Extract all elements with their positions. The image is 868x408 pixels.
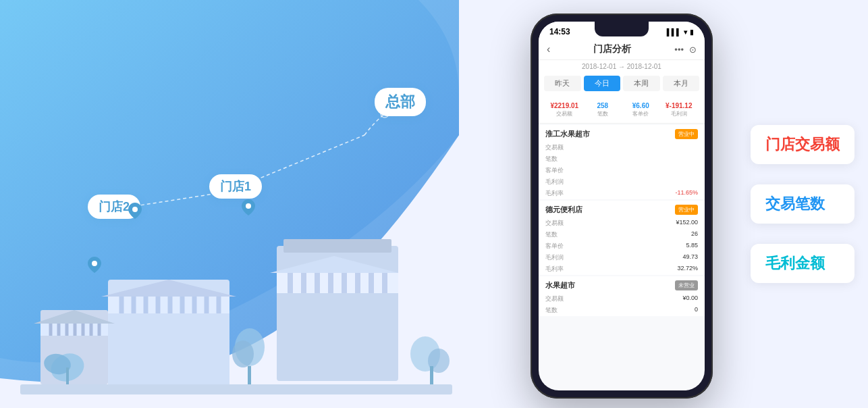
tab-today[interactable]: 今日 — [584, 76, 621, 91]
stat-profit-label: 毛利润 — [660, 110, 699, 118]
stat-trading-amount: ¥2219.01 交易额 — [545, 102, 584, 118]
phone-notch — [595, 22, 649, 36]
store-huaigong-kedan: 客单价 — [539, 165, 705, 176]
status-icons: ▌▌▌ ▾ ▮ — [667, 28, 694, 36]
stat-profit-value: ¥-191.12 — [660, 102, 699, 109]
stat-count: 258 笔数 — [584, 102, 622, 118]
svg-point-46 — [232, 340, 254, 367]
svg-line-1 — [250, 135, 364, 182]
store-shuiguo-bishu: 笔数 0 — [539, 305, 705, 316]
svg-rect-44 — [66, 367, 69, 384]
store-deyuan-maolilun: 毛利润 49.73 — [539, 252, 705, 263]
label-transaction-count: 交易笔数 — [751, 184, 855, 224]
more-icon[interactable]: ••• — [674, 45, 684, 55]
store-huaigong-maolilv: 毛利率 -11.65% — [539, 188, 705, 199]
store-shuiguo-status: 未营业 — [675, 280, 698, 290]
store-huaigong-bishu: 笔数 — [539, 153, 705, 165]
store-deyuan: 德元便利店 营业中 交易额 ¥152.00 笔数 26 客单价 5.85 毛利润 — [539, 201, 705, 275]
stat-trading-value: ¥2219.01 — [545, 102, 584, 109]
svg-rect-50 — [430, 366, 433, 384]
right-label-cards: 门店交易额 交易笔数 毛利金额 — [751, 125, 855, 283]
status-time: 14:53 — [549, 27, 570, 36]
stats-row: ¥2219.01 交易额 258 笔数 ¥6.60 客单价 ¥-191.12 毛… — [539, 97, 705, 124]
store-deyuan-jiaoyi: 交易额 ¥152.00 — [539, 218, 705, 229]
target-icon[interactable]: ⊙ — [689, 45, 697, 55]
svg-rect-9 — [277, 273, 398, 293]
label-gross-profit: 毛利金额 — [751, 244, 855, 283]
stat-unit-value: ¥6.60 — [622, 102, 660, 109]
phone-screen: 14:53 ▌▌▌ ▾ ▮ ‹ 门店分析 ••• ⊙ 2018-12-01 → … — [539, 22, 705, 390]
date-range: 2018-12-01 → 2018-12-01 — [539, 60, 705, 73]
svg-rect-47 — [248, 366, 251, 384]
store-deyuan-kedan: 客单价 5.85 — [539, 240, 705, 252]
store-huaigong-jiaoyi: 交易额 — [539, 142, 705, 153]
phone-mockup: 14:53 ▌▌▌ ▾ ▮ ‹ 门店分析 ••• ⊙ 2018-12-01 → … — [531, 14, 713, 399]
tab-week[interactable]: 本周 — [623, 76, 660, 91]
store-shuiguo-jiaoyi: 交易额 ¥0.00 — [539, 293, 705, 305]
store-huaigong-maolilun: 毛利润 — [539, 176, 705, 188]
label-trading-amount: 门店交易额 — [751, 125, 855, 164]
stat-count-value: 258 — [584, 102, 622, 109]
tab-yesterday[interactable]: 昨天 — [544, 76, 581, 91]
store-shuiguo: 水果超市 未营业 交易额 ¥0.00 笔数 0 — [539, 276, 705, 316]
stat-trading-label: 交易额 — [545, 110, 584, 118]
tab-month[interactable]: 本月 — [663, 76, 700, 91]
store-deyuan-status: 营业中 — [675, 205, 698, 215]
store-huaigong-status: 营业中 — [675, 129, 698, 139]
tab-bar[interactable]: 昨天 今日 本周 本月 — [539, 73, 705, 97]
store-deyuan-bishu: 笔数 26 — [539, 229, 705, 240]
nav-title: 门店分析 — [593, 43, 631, 55]
nav-bar: ‹ 门店分析 ••• ⊙ — [539, 39, 705, 60]
store-deyuan-name: 德元便利店 — [545, 205, 582, 215]
buildings-illustration — [20, 192, 452, 394]
wifi-icon: ▾ — [684, 28, 687, 36]
svg-rect-8 — [283, 239, 391, 253]
stat-profit: ¥-191.12 毛利润 — [660, 102, 699, 118]
nav-icons: ••• ⊙ — [674, 45, 697, 55]
svg-rect-41 — [20, 384, 452, 394]
back-button[interactable]: ‹ — [547, 43, 550, 55]
stat-unit-label: 客单价 — [622, 110, 660, 118]
signal-icon: ▌▌▌ — [667, 28, 681, 36]
illustration-section: 总部 门店1 门店2 — [0, 0, 459, 408]
zongbu-label: 总部 — [375, 88, 426, 116]
stat-unit-price: ¥6.60 客单价 — [622, 102, 660, 118]
store-deyuan-maolilv: 毛利率 32.72% — [539, 263, 705, 275]
store-huaigong: 淮工水果超市 营业中 交易额 笔数 客单价 毛利润 — [539, 125, 705, 199]
stat-count-label: 笔数 — [584, 110, 622, 118]
store-shuiguo-name: 水果超市 — [545, 280, 575, 290]
battery-icon: ▮ — [690, 28, 694, 36]
store-huaigong-name: 淮工水果超市 — [545, 129, 590, 139]
